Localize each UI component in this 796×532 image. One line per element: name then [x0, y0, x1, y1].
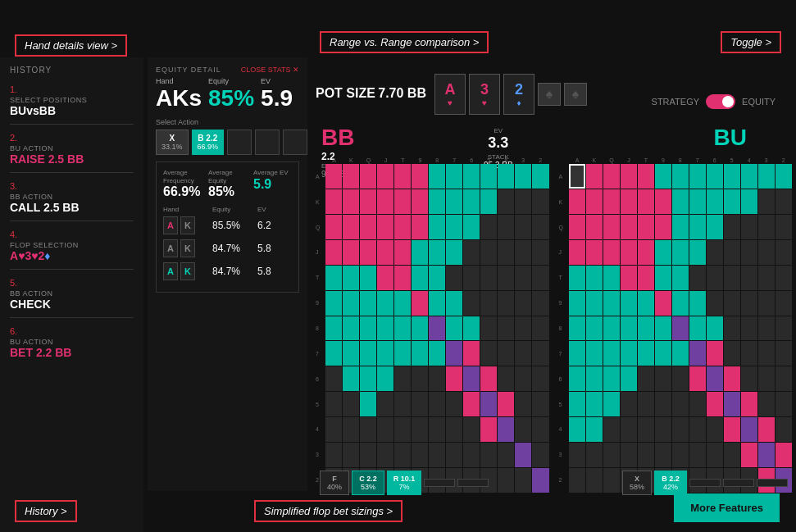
bu-grid-cell: [569, 316, 585, 341]
range-grids-container: A K Q J T 9 8 7 6 5 4 3 2 A K Q J: [316, 157, 792, 493]
history-item-6[interactable]: 6. BU ACTION BET 2.2 BB: [10, 323, 134, 359]
bu-grid-cell: [638, 417, 654, 442]
bb-grid-cell: [412, 417, 428, 442]
bu-grid-cell: [776, 215, 792, 239]
bu-grid-cell: [586, 240, 603, 265]
bu-grid-cell: [741, 417, 757, 442]
history-item-2[interactable]: 2. BU ACTION RAISE 2.5 BB: [10, 130, 134, 166]
bu-grid-cell: [655, 443, 671, 467]
bu-action-empty-3[interactable]: [757, 479, 788, 487]
bb-action-c22[interactable]: C 2.2 53%: [352, 471, 384, 495]
history-item-3[interactable]: 3. BB ACTION CALL 2.5 BB: [10, 178, 134, 214]
bb-action-f[interactable]: F 40%: [320, 471, 349, 495]
bb-action-empty-2[interactable]: [457, 479, 489, 487]
action-x-button[interactable]: X 33.1%: [156, 130, 189, 155]
bb-grid-cell: [343, 266, 359, 290]
bb-grid-cell: [446, 240, 462, 265]
bu-grid-cell: [569, 164, 585, 189]
bu-grid-cell: [621, 215, 637, 239]
bb-grid-cell: [480, 443, 497, 467]
bu-grid-cell: [621, 164, 637, 189]
bb-grid-cell: [532, 366, 548, 391]
history-annotation[interactable]: History >: [15, 500, 77, 522]
card-A-hearts: A♥: [434, 74, 466, 115]
card-ace-clubs: A: [163, 262, 178, 280]
bb-grid-cell: [325, 164, 342, 189]
bu-grid-cell: [638, 392, 654, 416]
bu-grid-cell: [586, 215, 603, 239]
simplified-flop-annotation[interactable]: Simplified flop bet sizings >: [254, 500, 403, 522]
bb-grid-cell: [498, 316, 514, 341]
bb-grid-cell: [360, 392, 376, 416]
history-item-1[interactable]: 1. SELECT POSITIONS BUvsBB: [10, 81, 134, 117]
bu-grid-cell: [672, 240, 689, 265]
toggle-annotation[interactable]: Toggle >: [721, 31, 781, 53]
bu-grid-cell: [758, 240, 775, 265]
history-item-4[interactable]: 4. FLOP SELECTION A♥3♥2♦: [10, 226, 134, 262]
bu-grid-cell: [603, 240, 620, 265]
bb-grid-cell: [429, 443, 445, 467]
bb-grid-cell: [515, 215, 531, 239]
range-comparison-annotation[interactable]: Range vs. Range comparison >: [320, 31, 489, 53]
strategy-equity-toggle[interactable]: [706, 94, 735, 109]
bb-grid-cell: [377, 392, 393, 416]
history-label: HISTORY: [10, 66, 134, 75]
bb-grid-cell: [532, 240, 548, 265]
bu-player-info: BU: [714, 125, 747, 151]
bb-grid-cell: [480, 291, 497, 316]
bb-grid-cell: [480, 417, 497, 442]
more-features-button[interactable]: More Features: [674, 493, 780, 522]
bb-grid-cell: [463, 240, 480, 265]
bb-grid-cell: [343, 366, 359, 391]
close-stats[interactable]: CLOSE STATS ✕: [241, 66, 299, 74]
hand-details-annotation[interactable]: Hand details view >: [15, 34, 127, 57]
history-item-5[interactable]: 5. BB ACTION CHECK: [10, 275, 134, 311]
bu-grid-cell: [672, 291, 689, 316]
bu-grid-cell: [655, 366, 671, 391]
bb-grid-cell: [532, 468, 548, 493]
bb-grid-cell: [360, 417, 376, 442]
bu-action-b22[interactable]: B 2.2 42%: [654, 471, 687, 495]
bu-grid-cell: [776, 291, 792, 316]
action-b22-button[interactable]: B 2.2 66.9%: [192, 130, 225, 155]
bu-action-empty-2[interactable]: [723, 479, 754, 487]
bu-action-empty-1[interactable]: [689, 479, 721, 487]
action-buttons: X 33.1% B 2.2 66.9%: [156, 130, 299, 155]
bu-grid-cell: [741, 215, 757, 239]
bu-grid-cell: [603, 366, 620, 391]
bb-action-empty-1[interactable]: [424, 479, 455, 487]
bb-grid-cell: [446, 266, 462, 290]
bb-grid-cell: [498, 468, 514, 493]
bb-grid-cell: [515, 291, 531, 316]
bb-grid-cell: [515, 417, 531, 442]
action-empty-2[interactable]: [255, 130, 280, 155]
bb-grid-cell: [429, 366, 445, 391]
hand-row-1: A K 84.7% 5.8: [163, 239, 292, 257]
action-empty-3[interactable]: [283, 130, 307, 155]
bb-grid-cell: [429, 417, 445, 442]
card-king-spades-2: K: [180, 239, 195, 257]
bu-grid-cell: [689, 443, 706, 467]
bb-grid-cell: [360, 316, 376, 341]
action-empty-1[interactable]: [227, 130, 252, 155]
card-3-hearts: 3♥: [469, 74, 500, 115]
bb-grid-cell: [498, 366, 514, 391]
bb-grid-cell: [480, 189, 497, 214]
bu-grid-cell: [758, 316, 775, 341]
bu-grid-cell: [724, 291, 740, 316]
bu-grid-cell: [741, 266, 757, 290]
bu-grid-cell: [586, 291, 603, 316]
bu-grid-cell: [569, 291, 585, 316]
community-cards: A♥ 3♥ 2♦ ♠ ♠: [434, 74, 587, 115]
bu-grid-cell: [672, 266, 689, 290]
bb-grid-cell: [412, 189, 428, 214]
bb-grid-cell: [515, 266, 531, 290]
bu-grid-cell: [569, 266, 585, 290]
bb-action-r101[interactable]: R 10.1 7%: [387, 471, 421, 495]
bu-action-x[interactable]: X 58%: [622, 471, 652, 495]
bb-grid-cell: [360, 341, 376, 366]
bu-grid-cell: [569, 443, 585, 467]
suit-spade-2: ♠: [564, 83, 587, 106]
bb-grid-cell: [515, 240, 531, 265]
bu-grid-cell: [707, 366, 723, 391]
